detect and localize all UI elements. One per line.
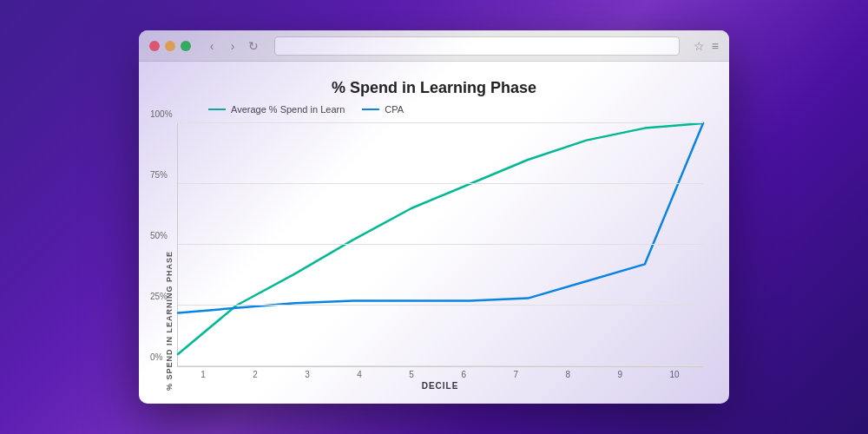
legend-item-avg: Average % Spend in Learn xyxy=(208,104,345,115)
legend-label-cpa: CPA xyxy=(385,104,404,115)
chart-area: % SPEND IN LEARNING PHASE 100%75%50%25%0… xyxy=(165,123,703,391)
x-tick: 7 xyxy=(513,370,518,379)
y-tick-label: 100% xyxy=(150,109,173,119)
x-tick: 5 xyxy=(409,370,414,379)
minimize-button[interactable] xyxy=(165,41,175,51)
grid-line xyxy=(178,365,703,366)
y-axis-label: % SPEND IN LEARNING PHASE xyxy=(165,123,174,391)
y-tick-label: 0% xyxy=(150,352,162,362)
legend-line-avg xyxy=(208,108,226,110)
chart-legend: Average % Spend in Learn CPA xyxy=(208,104,703,115)
y-tick-label: 25% xyxy=(150,292,168,301)
x-tick: 2 xyxy=(253,370,258,379)
menu-icon[interactable]: ≡ xyxy=(712,39,719,53)
browser-content: % Spend in Learning Phase Average % Spen… xyxy=(139,62,729,404)
grid-line xyxy=(178,183,703,184)
y-tick-label: 50% xyxy=(150,231,168,240)
x-tick: 10 xyxy=(670,370,680,379)
x-tick: 3 xyxy=(305,370,310,379)
chart-inner: 100%75%50%25%0% 12345678910 DECILE xyxy=(177,123,703,391)
chart-plot: 100%75%50%25%0% xyxy=(177,123,703,367)
chart-title: % Spend in Learning Phase xyxy=(165,79,703,97)
x-axis: 12345678910 xyxy=(177,367,703,379)
forward-button[interactable]: › xyxy=(226,39,240,53)
browser-titlebar: ‹ › ↻ ☆ ≡ xyxy=(139,30,729,62)
legend-line-cpa xyxy=(362,108,379,110)
x-tick: 9 xyxy=(617,370,622,379)
back-button[interactable]: ‹ xyxy=(205,39,219,53)
bookmark-icon[interactable]: ☆ xyxy=(694,39,705,53)
x-tick: 6 xyxy=(461,370,466,379)
maximize-button[interactable] xyxy=(181,41,191,51)
x-tick: 1 xyxy=(201,370,206,379)
legend-item-cpa: CPA xyxy=(362,104,404,115)
grid-line xyxy=(178,305,703,306)
address-bar[interactable] xyxy=(274,36,680,56)
browser-nav: ‹ › ↻ xyxy=(205,39,260,53)
x-tick: 8 xyxy=(565,370,570,379)
browser-actions: ☆ ≡ xyxy=(694,39,719,53)
chart-svg xyxy=(178,123,703,366)
legend-label-avg: Average % Spend in Learn xyxy=(231,104,345,115)
grid-line xyxy=(178,122,703,123)
browser-window: ‹ › ↻ ☆ ≡ % Spend in Learning Phase Aver… xyxy=(139,30,729,404)
x-axis-label: DECILE xyxy=(177,381,703,391)
grid-line xyxy=(178,244,703,245)
x-tick: 4 xyxy=(357,370,362,379)
y-tick-label: 75% xyxy=(150,170,168,180)
close-button[interactable] xyxy=(149,41,160,51)
refresh-button[interactable]: ↻ xyxy=(247,39,260,53)
